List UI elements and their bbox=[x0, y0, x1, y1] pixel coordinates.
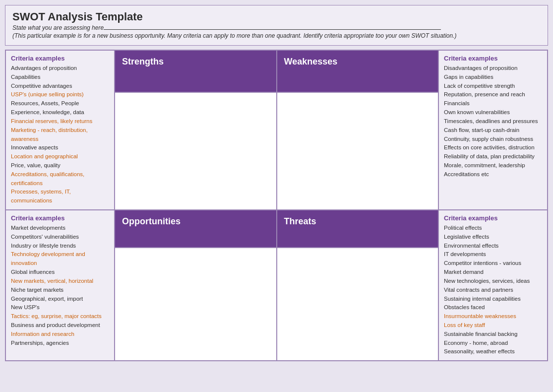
list-item: New markets, vertical, horizontal bbox=[11, 277, 109, 286]
swot-grid: Criteria examples Advantages of proposit… bbox=[5, 50, 548, 361]
list-item: Financial reserves, likely returns bbox=[11, 117, 109, 126]
header-description: (This particular example is for a new bu… bbox=[12, 32, 541, 39]
list-item: Seasonality, weather effects bbox=[444, 347, 542, 356]
opportunities-header: Opportunities bbox=[115, 210, 277, 248]
strengths-label: Strengths bbox=[122, 57, 164, 66]
list-item: Business and product development bbox=[11, 321, 109, 330]
list-item: USP's (unique selling points) bbox=[11, 90, 109, 99]
top-right-criteria-list: Disadvantages of proposition Gaps in cap… bbox=[444, 64, 542, 179]
threats-content[interactable] bbox=[277, 248, 439, 361]
list-item: Global influences bbox=[11, 268, 109, 277]
strengths-content[interactable] bbox=[115, 92, 277, 210]
page: SWOT Analysis Template State what you ar… bbox=[0, 0, 553, 392]
list-item: Continuity, supply chain robustness bbox=[444, 135, 542, 144]
list-item: New USP's bbox=[11, 303, 109, 312]
list-item: IT developments bbox=[444, 250, 542, 259]
list-item: Vital contracts and partners bbox=[444, 286, 542, 295]
weaknesses-label: Weaknesses bbox=[284, 57, 338, 66]
list-item: Competitor intentions - various bbox=[444, 259, 542, 268]
list-item: Processes, systems, IT, communications bbox=[11, 188, 109, 205]
list-item: Morale, commitment, leadership bbox=[444, 161, 542, 170]
list-item: Geographical, export, import bbox=[11, 295, 109, 304]
top-left-criteria-title: Criteria examples bbox=[11, 55, 109, 62]
opportunities-label: Opportunities bbox=[122, 216, 181, 226]
list-item: Industry or lifestyle trends bbox=[11, 242, 109, 251]
list-item: Lack of competitive strength bbox=[444, 82, 542, 91]
opportunities-content[interactable] bbox=[115, 248, 277, 361]
list-item: Resources, Assets, People bbox=[11, 99, 109, 108]
list-item: Timescales, deadlines and pressures bbox=[444, 117, 542, 126]
list-item: Accreditations, qualifications, certific… bbox=[11, 170, 109, 188]
list-item: New technologies, services, ideas bbox=[444, 277, 542, 286]
header-box: SWOT Analysis Template State what you ar… bbox=[5, 5, 548, 46]
list-item: Experience, knowledge, data bbox=[11, 108, 109, 117]
list-item: Loss of key staff bbox=[444, 321, 542, 330]
list-item: Reputation, presence and reach bbox=[444, 90, 542, 99]
list-item: Niche target markets bbox=[11, 286, 109, 295]
list-item: Economy - home, abroad bbox=[444, 339, 542, 348]
bot-left-criteria: Criteria examples Market developments Co… bbox=[5, 210, 115, 361]
list-item: Sustaining internal capabilities bbox=[444, 295, 542, 304]
list-item: Advantages of proposition bbox=[11, 64, 109, 73]
list-item: Marketing - reach, distribution, awarene… bbox=[11, 126, 109, 144]
list-item: Environmental effects bbox=[444, 242, 542, 251]
list-item: Technology development and innovation bbox=[11, 250, 109, 268]
bot-right-criteria-title: Criteria examples bbox=[444, 214, 542, 222]
list-item: Market developments bbox=[11, 224, 109, 233]
list-item: Sustainable financial backing bbox=[444, 330, 542, 339]
header-subtitle: State what you are assessing here bbox=[12, 24, 541, 31]
list-item: Effects on core activities, distruction bbox=[444, 143, 542, 152]
list-item: Financials bbox=[444, 99, 542, 108]
list-item: Capabilities bbox=[11, 73, 109, 82]
list-item: Gaps in capabilities bbox=[444, 73, 542, 82]
list-item: Competitors' vulnerabilities bbox=[11, 233, 109, 242]
list-item: Innovative aspects bbox=[11, 143, 109, 152]
top-left-criteria: Criteria examples Advantages of proposit… bbox=[5, 50, 115, 210]
weaknesses-header: Weaknesses bbox=[277, 50, 439, 92]
bot-right-criteria: Criteria examples Political effects Legi… bbox=[438, 210, 548, 361]
list-item: Cash flow, start-up cash-drain bbox=[444, 126, 542, 135]
list-item: Competitive advantages bbox=[11, 82, 109, 91]
top-left-criteria-list: Advantages of proposition Capabilities C… bbox=[11, 64, 109, 205]
list-item: Political effects bbox=[444, 224, 542, 233]
threats-label: Threats bbox=[284, 216, 316, 226]
strengths-header: Strengths bbox=[115, 50, 277, 92]
list-item: Reliability of data, plan predictability bbox=[444, 152, 542, 161]
list-item: Information and research bbox=[11, 330, 109, 339]
bot-right-criteria-list: Political effects Legislative effects En… bbox=[444, 224, 542, 356]
page-title: SWOT Analysis Template bbox=[12, 10, 541, 23]
list-item: Location and geographical bbox=[11, 152, 109, 161]
list-item: Tactics: eg, surprise, major contacts bbox=[11, 312, 109, 321]
bot-left-criteria-list: Market developments Competitors' vulnera… bbox=[11, 224, 109, 347]
list-item: Own known vulnerabilities bbox=[444, 108, 542, 117]
list-item: Price, value, quality bbox=[11, 161, 109, 170]
subtitle-underline bbox=[104, 29, 441, 30]
threats-header: Threats bbox=[277, 210, 439, 248]
list-item: Insurmountable weaknesses bbox=[444, 312, 542, 321]
list-item: Market demand bbox=[444, 268, 542, 277]
top-right-criteria: Criteria examples Disadvantages of propo… bbox=[438, 50, 548, 210]
list-item: Obstacles faced bbox=[444, 303, 542, 312]
top-right-criteria-title: Criteria examples bbox=[444, 55, 542, 62]
list-item: Partnerships, agencies bbox=[11, 339, 109, 348]
list-item: Accreditations etc bbox=[444, 170, 542, 179]
subtitle-label: State what you are assessing here bbox=[12, 24, 104, 31]
bot-left-criteria-title: Criteria examples bbox=[11, 214, 109, 222]
weaknesses-content[interactable] bbox=[277, 92, 439, 210]
list-item: Legislative effects bbox=[444, 233, 542, 242]
list-item: Disadvantages of proposition bbox=[444, 64, 542, 73]
